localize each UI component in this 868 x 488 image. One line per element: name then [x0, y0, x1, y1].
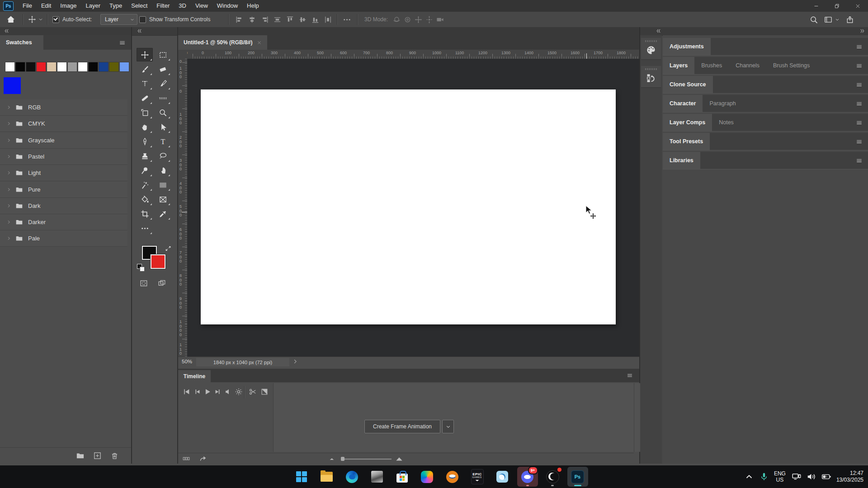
swatch[interactable]: [109, 62, 119, 72]
tool-hand[interactable]: [137, 120, 153, 134]
3d-roll-icon[interactable]: [403, 15, 412, 24]
more-options-button[interactable]: [343, 12, 354, 27]
panel-tab-tool-presets[interactable]: Tool Presets: [663, 133, 710, 150]
collapse-panels-icon[interactable]: [656, 28, 661, 34]
panel-menu-icon[interactable]: [856, 138, 863, 145]
show-transform-option[interactable]: Show Transform Controls: [139, 12, 210, 27]
menu-3d[interactable]: 3D: [174, 0, 191, 12]
tool-clone-stamp[interactable]: [137, 149, 153, 163]
taskbar-file-explorer[interactable]: [316, 467, 337, 487]
3d-pan-icon[interactable]: [414, 15, 423, 24]
swatch[interactable]: [119, 62, 129, 72]
align-bottom-icon[interactable]: [311, 15, 320, 24]
first-frame-icon[interactable]: [183, 388, 191, 396]
taskbar-discord[interactable]: 9+: [517, 467, 538, 487]
swap-colors-icon[interactable]: [165, 245, 172, 252]
tool-zoom[interactable]: [155, 106, 171, 119]
chevron-down-icon[interactable]: [835, 15, 840, 24]
playback-settings-icon[interactable]: [235, 388, 243, 396]
panel-tab-layer-comps[interactable]: Layer Comps: [663, 114, 712, 131]
menu-type[interactable]: Type: [105, 0, 127, 12]
taskbar-epic-games[interactable]: EPICGAMES: [467, 467, 488, 487]
default-colors-icon[interactable]: [137, 264, 144, 271]
tool-smudge[interactable]: [155, 164, 171, 177]
background-color-chip[interactable]: [151, 254, 165, 269]
swatch[interactable]: [5, 62, 15, 72]
show-transform-checkbox[interactable]: [139, 16, 146, 23]
3d-orbit-icon[interactable]: [392, 15, 401, 24]
swatch[interactable]: [36, 62, 46, 72]
tool-crop[interactable]: [137, 207, 153, 221]
create-frame-animation-button[interactable]: Create Frame Animation: [364, 420, 440, 433]
play-icon[interactable]: [203, 388, 212, 396]
split-icon[interactable]: [249, 388, 257, 396]
tool-frame[interactable]: [137, 106, 153, 119]
tool-slice[interactable]: [155, 192, 171, 206]
transition-icon[interactable]: [260, 388, 269, 396]
canvas[interactable]: [201, 89, 616, 324]
close-tab-icon[interactable]: [257, 40, 262, 45]
panel-tab-brush-settings[interactable]: Brush Settings: [766, 57, 816, 74]
swatch[interactable]: [88, 62, 98, 72]
menu-select[interactable]: Select: [127, 0, 152, 12]
panel-tab-character[interactable]: Character: [663, 95, 703, 112]
tool-pen[interactable]: [137, 135, 153, 148]
document-info[interactable]: 1840 px x 1040 px (72 ppi): [196, 358, 289, 366]
swatch-group-grayscale[interactable]: Grayscale: [0, 132, 127, 149]
taskbar-microsoft-store[interactable]: [392, 467, 412, 487]
document-tab[interactable]: Untitled-1 @ 50% (RGB/8#): [178, 35, 267, 50]
swatch-group-pale[interactable]: Pale: [0, 230, 127, 247]
3d-slide-icon[interactable]: [425, 15, 434, 24]
folder-icon[interactable]: [76, 451, 85, 460]
chevron-right-icon[interactable]: [6, 154, 11, 159]
selected-swatch[interactable]: [4, 77, 21, 94]
taskbar-copilot[interactable]: [417, 467, 438, 487]
tool-type[interactable]: T: [155, 135, 171, 148]
swatch[interactable]: [78, 62, 88, 72]
menu-image[interactable]: Image: [56, 0, 81, 12]
tool-dodge[interactable]: [137, 164, 153, 177]
swatch-group-pure[interactable]: Pure: [0, 182, 127, 198]
tool-eyedropper[interactable]: [155, 207, 171, 221]
panel-tab-channels[interactable]: Channels: [729, 57, 766, 74]
history-panel-button[interactable]: [641, 66, 661, 88]
swatch[interactable]: [26, 62, 36, 72]
previous-frame-icon[interactable]: [193, 388, 201, 396]
taskbar-blender[interactable]: [442, 467, 462, 487]
collapse-panel-icon[interactable]: [137, 28, 142, 34]
home-button[interactable]: [6, 12, 15, 27]
mute-audio-icon[interactable]: [224, 388, 232, 396]
align-left-icon[interactable]: [235, 15, 244, 24]
zoom-out-icon[interactable]: [328, 455, 335, 462]
tool-type-mask[interactable]: [137, 77, 153, 90]
panel-menu-icon[interactable]: [856, 81, 863, 88]
zoom-in-icon[interactable]: [395, 455, 403, 463]
swatch[interactable]: [47, 62, 57, 72]
taskbar-microsoft-edge[interactable]: [341, 467, 362, 487]
menu-layer[interactable]: Layer: [81, 0, 105, 12]
tool-single-row-marquee[interactable]: [155, 91, 171, 105]
trash-icon[interactable]: [110, 451, 119, 460]
network-icon[interactable]: [792, 472, 802, 482]
distribute-h-icon[interactable]: [324, 15, 332, 24]
panel-menu-icon[interactable]: [856, 157, 863, 164]
vertical-ruler[interactable]: 01 0 001 0 02 0 03 0 04 0 05 0 06 0 07 0…: [178, 59, 188, 357]
chevron-right-icon[interactable]: [6, 187, 11, 192]
tool-mixer-brush[interactable]: [155, 77, 171, 90]
taskbar-clock[interactable]: 12:47 13/03/2025: [836, 470, 863, 483]
battery-icon[interactable]: [821, 472, 831, 482]
taskbar-blue-app[interactable]: [492, 467, 513, 487]
chevron-right-icon[interactable]: [6, 236, 11, 241]
panel-tab-paragraph[interactable]: Paragraph: [703, 95, 742, 112]
swatch-group-cmyk[interactable]: CMYK: [0, 116, 127, 132]
panel-menu-icon[interactable]: [856, 100, 863, 107]
win-restore-button[interactable]: [826, 0, 847, 12]
panel-tab-clone-source[interactable]: Clone Source: [663, 76, 713, 93]
panel-menu-icon[interactable]: [119, 39, 126, 46]
tab-swatches[interactable]: Swatches: [0, 35, 43, 50]
search-icon[interactable]: [809, 15, 818, 24]
taskbar-windows-start[interactable]: [291, 467, 312, 487]
tool-rectangular-marquee[interactable]: [155, 48, 171, 61]
horizontal-ruler[interactable]: 0010020030040050060070080090010001100120…: [187, 50, 639, 59]
swatch-group-light[interactable]: Light: [0, 165, 127, 181]
